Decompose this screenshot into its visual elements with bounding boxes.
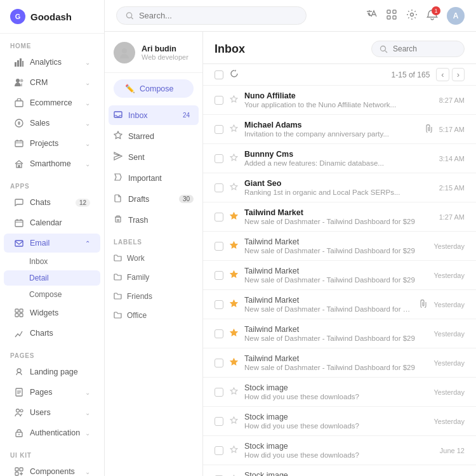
email-row[interactable]: Tailwind Market New sale of Dashmater - … (203, 232, 476, 261)
email-checkbox[interactable] (215, 271, 223, 280)
svg-rect-12 (15, 241, 23, 246)
email-checkbox[interactable] (215, 388, 223, 397)
sidebar-item-charts[interactable]: Charts (4, 324, 100, 343)
sidebar-item-users[interactable]: Users ⌄ (4, 403, 100, 422)
select-all-checkbox[interactable] (215, 70, 223, 79)
nav-item-important[interactable]: Important (105, 168, 202, 188)
label-family[interactable]: Family (105, 268, 202, 286)
star-icon[interactable] (230, 183, 238, 193)
sidebar-item-landing[interactable]: Landing page (4, 362, 100, 381)
sidebar-item-email[interactable]: Email ⌃ (4, 234, 100, 253)
email-checkbox[interactable] (215, 154, 223, 163)
sidebar-item-auth[interactable]: Authentication ⌄ (4, 423, 100, 442)
analytics-label: Analytics (30, 58, 62, 67)
star-icon[interactable] (230, 154, 238, 164)
nav-item-inbox[interactable]: Inbox 24 (109, 105, 199, 125)
email-row[interactable]: Michael Adams Invitation to the company … (203, 115, 476, 144)
compose-button[interactable]: ✏️ Compose (114, 79, 194, 98)
notification-icon[interactable]: 1 (426, 9, 438, 23)
topbar-search-input[interactable] (139, 11, 297, 20)
nav-item-sent[interactable]: Sent (105, 147, 202, 167)
components-icon (14, 466, 24, 476)
star-icon[interactable] (230, 95, 238, 105)
email-sender: Stock image (244, 383, 427, 392)
email-row[interactable]: Giant Seo Ranking 1st in organic and Loc… (203, 173, 476, 202)
email-row[interactable]: Stock image How did you use these downlo… (203, 436, 476, 465)
email-checkbox[interactable] (215, 329, 223, 338)
email-checkbox[interactable] (215, 359, 223, 367)
email-time: Yesterday (433, 272, 465, 279)
user-avatar[interactable]: A (447, 7, 465, 25)
label-office[interactable]: Office (105, 307, 202, 324)
nav-item-drafts[interactable]: Drafts 30 (105, 189, 202, 209)
star-icon[interactable] (230, 416, 238, 426)
star-icon[interactable] (230, 212, 238, 222)
email-list-title: Inbox (215, 43, 245, 56)
email-checkbox[interactable] (215, 183, 223, 192)
users-label: Users (30, 408, 51, 417)
settings-icon[interactable] (406, 9, 418, 23)
projects-label: Projects (30, 139, 58, 148)
nav-important-label: Important (128, 174, 162, 183)
email-row[interactable]: Tailwind Market New sale of Dashmater - … (203, 261, 476, 290)
components-chevron: ⌄ (85, 468, 90, 475)
sidebar-subitem-inbox[interactable]: Inbox (4, 254, 100, 269)
email-list-search[interactable] (371, 41, 465, 57)
email-row[interactable]: Stock image How did you use these downlo… (203, 465, 476, 476)
grid-icon[interactable] (386, 9, 397, 23)
refresh-icon[interactable] (230, 69, 239, 80)
email-checkbox[interactable] (215, 213, 223, 221)
email-row[interactable]: Tailwind Market New sale of Dashmater - … (203, 290, 476, 319)
email-row[interactable]: Bunnny Cms Added a new features: Dinamic… (203, 144, 476, 173)
email-search-input[interactable] (393, 44, 456, 53)
star-icon[interactable] (230, 446, 238, 456)
translate-icon[interactable] (366, 9, 377, 23)
sidebar: G Goodash HOME Analytics ⌄ CRM ⌄ Ecommer… (0, 0, 105, 476)
star-icon[interactable] (230, 124, 238, 135)
sidebar-item-ecommerce[interactable]: Ecommerce ⌄ (4, 93, 100, 112)
sidebar-item-pages[interactable]: Pages ⌄ (4, 383, 100, 402)
email-checkbox[interactable] (215, 125, 223, 134)
sidebar-item-projects[interactable]: Projects ⌄ (4, 134, 100, 153)
email-checkbox[interactable] (215, 242, 223, 251)
star-icon[interactable] (230, 270, 238, 281)
sidebar-item-smarthome[interactable]: Smarthome ⌄ (4, 154, 100, 173)
email-pagination: ‹ › (436, 68, 465, 81)
prev-page-button[interactable]: ‹ (436, 68, 449, 81)
star-icon[interactable] (230, 358, 238, 368)
sidebar-item-sales[interactable]: Sales ⌄ (4, 114, 100, 133)
star-icon[interactable] (230, 241, 238, 251)
sidebar-item-calendar[interactable]: Calendar (4, 213, 100, 232)
email-row[interactable]: Tailwind Market New sale of Dashmater - … (203, 319, 476, 348)
nav-item-trash[interactable]: Trash (105, 210, 202, 230)
star-icon[interactable] (230, 387, 238, 397)
email-row[interactable]: Nuno Affiliate Your application to the N… (203, 86, 476, 115)
sidebar-item-crm[interactable]: CRM ⌄ (4, 73, 100, 92)
email-checkbox[interactable] (215, 417, 223, 426)
email-checkbox[interactable] (215, 96, 223, 105)
label-work[interactable]: Work (105, 249, 202, 267)
nav-item-starred[interactable]: Starred (105, 126, 202, 146)
sidebar-subitem-compose[interactable]: Compose (4, 287, 100, 302)
star-icon[interactable] (230, 329, 238, 339)
widgets-icon (14, 308, 24, 318)
email-navigation: Ari budin Web developer ✏️ Compose Inbox… (105, 32, 203, 476)
email-row[interactable]: Stock image How did you use these downlo… (203, 378, 476, 407)
analytics-icon (14, 57, 24, 67)
sidebar-item-chats[interactable]: Chats 12 (4, 193, 100, 212)
topbar-search[interactable] (116, 6, 307, 25)
sidebar-item-analytics[interactable]: Analytics ⌄ (4, 53, 100, 72)
next-page-button[interactable]: › (452, 68, 465, 81)
email-row[interactable]: Tailwind Market New sale of Dashmater - … (203, 202, 476, 232)
sidebar-item-components[interactable]: Components ⌄ (4, 462, 100, 476)
email-row[interactable]: Stock image How did you use these downlo… (203, 407, 476, 436)
star-icon[interactable] (230, 300, 238, 310)
email-time: Yesterday (433, 330, 465, 338)
label-friends[interactable]: Friends (105, 288, 202, 305)
email-checkbox[interactable] (215, 300, 223, 309)
smarthome-icon (14, 159, 24, 169)
email-checkbox[interactable] (215, 446, 223, 455)
sidebar-subitem-detail[interactable]: Detail (4, 270, 100, 286)
email-row[interactable]: Tailwind Market New sale of Dashmater - … (203, 348, 476, 378)
sidebar-item-widgets[interactable]: Widgets (4, 303, 100, 322)
